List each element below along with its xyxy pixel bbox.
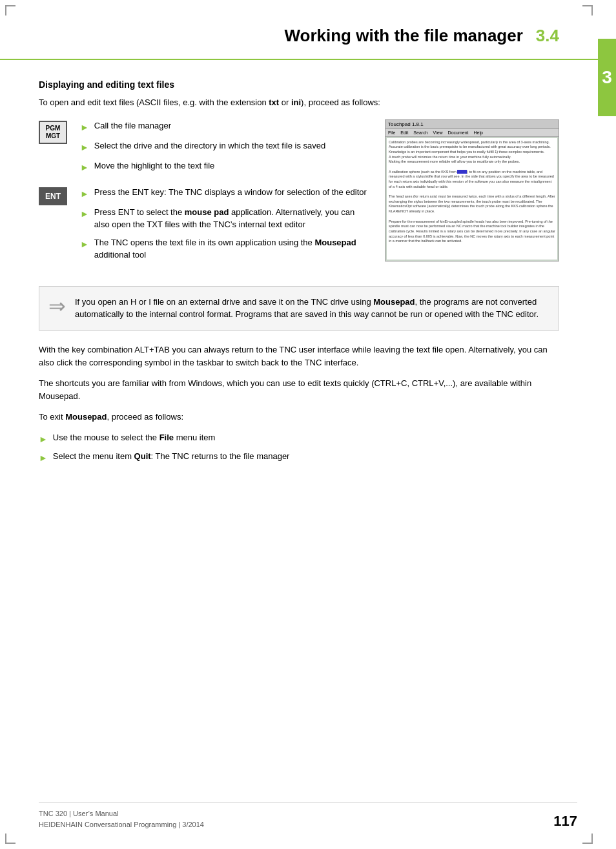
steps-column: PGM MGT ► Call the file manager ► xyxy=(39,119,372,273)
screenshot-title-bar: Touchpad 1.8.1 xyxy=(385,120,559,129)
page-title: Working with the file manager xyxy=(284,26,522,46)
body-paragraph-2: The shortcuts you are familiar with from… xyxy=(39,377,559,403)
key-area-ent: ENT xyxy=(39,186,80,267)
corner-mark-tr xyxy=(582,5,593,15)
section-heading: Displaying and editing text files xyxy=(39,79,559,90)
step-text-2: Select the drive and the directory in wh… xyxy=(94,139,325,152)
main-content: Displaying and editing text files To ope… xyxy=(0,60,598,498)
menu-item-view: View xyxy=(433,130,443,135)
corner-mark-bl xyxy=(5,834,15,844)
list-item: ► Call the file manager xyxy=(80,119,372,134)
footer-left: TNC 320 | User’s Manual HEIDENHAIN Conve… xyxy=(39,808,204,830)
footer-page-number: 117 xyxy=(553,813,577,830)
arrow-icon: ► xyxy=(80,141,89,154)
two-col-layout: PGM MGT ► Call the file manager ► xyxy=(39,119,559,273)
arrow-icon: ► xyxy=(80,161,89,174)
key-ent: ENT xyxy=(39,187,67,205)
note-text: If you open an H or I file on an externa… xyxy=(75,296,548,321)
body-paragraph-1: With the key combination ALT+TAB you can… xyxy=(39,343,559,369)
arrow-icon: ► xyxy=(80,207,89,221)
list-item: ► Select the drive and the directory in … xyxy=(80,139,372,154)
footer-line1: TNC 320 | User’s Manual xyxy=(39,808,204,819)
arrow-icon: ► xyxy=(80,187,89,201)
screenshot-content: Calibration probes are becoming increasi… xyxy=(387,138,557,260)
screenshot-box: Touchpad 1.8.1 File Edit Search View Doc… xyxy=(385,119,559,261)
key-pgm-mgt: PGM MGT xyxy=(39,121,67,144)
screenshot-menu-bar: File Edit Search View Document Help xyxy=(385,129,559,137)
menu-item-file: File xyxy=(388,130,395,135)
steps-sub-pgm: ► Call the file manager ► Select the dri… xyxy=(80,119,372,179)
menu-item-edit: Edit xyxy=(400,130,408,135)
steps-sub-ent: ► Press the ENT key: The TNC displays a … xyxy=(80,186,372,267)
list-item: ► Move the highlight to the text file xyxy=(80,159,372,174)
list-item: ► Press the ENT key: The TNC displays a … xyxy=(80,186,372,201)
footer-line2: HEIDENHAIN Conversational Programming | … xyxy=(39,819,204,830)
note-arrow-icon: ⇒ xyxy=(48,296,66,316)
note-box: ⇒ If you open an H or I file on an exter… xyxy=(39,286,559,331)
key-ent-label: ENT xyxy=(45,192,61,201)
screenshot-column: Touchpad 1.8.1 File Edit Search View Doc… xyxy=(385,119,559,273)
corner-mark-tl xyxy=(5,5,15,15)
list-item: ► Select the menu item Quit: The TNC ret… xyxy=(39,450,559,465)
page-footer: TNC 320 | User’s Manual HEIDENHAIN Conve… xyxy=(39,803,577,830)
steps-list-pgm: ► Call the file manager ► Select the dri… xyxy=(80,119,372,174)
page-header: Working with the file manager 3.4 xyxy=(0,0,598,60)
menu-item-document: Document xyxy=(448,130,469,135)
key-area-pgm: PGM MGT xyxy=(39,119,80,179)
section-number: 3.4 xyxy=(536,26,559,46)
body-paragraph-3: To exit Mousepad, proceed as follows: xyxy=(39,411,559,424)
exit-step-1: Use the mouse to select the File menu it… xyxy=(53,431,215,444)
corner-mark-br xyxy=(582,834,593,844)
arrow-icon: ► xyxy=(39,451,48,465)
step-text-3: Move the highlight to the text file xyxy=(94,159,214,172)
menu-item-help: Help xyxy=(473,130,482,135)
arrow-icon: ► xyxy=(80,121,89,134)
step-text-5: Press ENT to select the mouse pad applic… xyxy=(94,206,372,231)
page: 3 Working with the file manager 3.4 Disp… xyxy=(0,0,616,849)
screenshot-title: Touchpad 1.8.1 xyxy=(388,121,424,127)
step-text-6: The TNC opens the text file in its own a… xyxy=(94,236,372,261)
exit-step-2: Select the menu item Quit: The TNC retur… xyxy=(53,450,290,463)
arrow-icon: ► xyxy=(80,238,89,251)
step-text-4: Press the ENT key: The TNC displays a wi… xyxy=(94,186,367,199)
list-item: ► Use the mouse to select the File menu … xyxy=(39,431,559,446)
menu-item-search: Search xyxy=(413,130,427,135)
list-item: ► The TNC opens the text file in its own… xyxy=(80,236,372,261)
chapter-tab: 3 xyxy=(598,39,616,116)
intro-text: To open and edit text files (ASCII files… xyxy=(39,96,559,109)
arrow-icon: ► xyxy=(39,433,48,446)
list-item: ► Press ENT to select the mouse pad appl… xyxy=(80,206,372,231)
step-group-pgm: PGM MGT ► Call the file manager ► xyxy=(39,119,372,179)
exit-steps-list: ► Use the mouse to select the File menu … xyxy=(39,431,559,465)
step-group-ent: ENT ► Press the ENT key: The TNC display… xyxy=(39,186,372,267)
chapter-number: 3 xyxy=(602,67,612,88)
steps-list-ent: ► Press the ENT key: The TNC displays a … xyxy=(80,186,372,261)
step-text-1: Call the file manager xyxy=(94,119,171,132)
